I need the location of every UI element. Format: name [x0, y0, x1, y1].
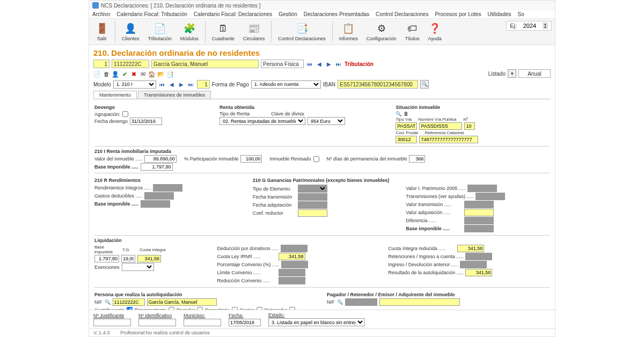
news-icon: 📰 — [247, 22, 260, 35]
imputada-hdr: 210 I Renta inmobiliaria imputada — [94, 149, 550, 154]
tb-tributacion[interactable]: 📄Tributación — [145, 21, 175, 42]
tb-circulares[interactable]: 📰Circulares — [240, 21, 268, 42]
tab-transmisiones[interactable]: Transmisiones de inmuebles — [138, 91, 211, 99]
iban-field[interactable]: ES5712345678001234567800 — [338, 80, 418, 89]
mod-next[interactable]: ▶ — [178, 80, 185, 88]
search-icon[interactable]: 🔍 — [105, 299, 111, 305]
forma-pago-select[interactable]: 1. Adeudo en cuenta — [251, 80, 321, 89]
dias[interactable] — [409, 155, 425, 163]
cuota-irnr[interactable] — [279, 253, 305, 260]
doc-icon[interactable]: 📑 — [166, 70, 174, 78]
tipo-via[interactable] — [396, 122, 417, 130]
tb-titulos[interactable]: 🏷Títulos — [401, 21, 422, 42]
tb-config[interactable]: ⚙Configuración — [363, 21, 400, 42]
persona-name[interactable] — [147, 298, 217, 306]
liq-bi[interactable] — [94, 255, 119, 262]
ref-cat[interactable] — [419, 136, 478, 143]
clave-divisa-select[interactable]: 954 Euro — [308, 117, 345, 125]
menu-util[interactable]: Utilidades — [488, 11, 511, 17]
menu-lotes[interactable]: Procesos por Lotes — [435, 11, 481, 17]
bottom-mun[interactable] — [184, 319, 221, 326]
modelo-select[interactable]: 1. 210 I — [113, 80, 156, 89]
pagador-name[interactable] — [379, 298, 460, 306]
iban-search-icon[interactable]: 🔍 — [420, 80, 429, 89]
base-imp[interactable] — [141, 163, 173, 171]
part[interactable] — [240, 155, 262, 163]
exit-icon: 🚪 — [96, 22, 108, 35]
menu-decl-pres[interactable]: Declaraciones Presentadas — [304, 11, 369, 17]
val-trans — [464, 201, 494, 208]
tb-control-decl[interactable]: 📑Control Declaraciones — [275, 21, 329, 42]
search-icon[interactable]: 🔍 — [337, 299, 343, 305]
gan-hdr: 210 G Ganancias Patrimoniales (excepto b… — [253, 178, 550, 183]
header-id[interactable]: 1 — [93, 60, 109, 68]
tb-ayuda[interactable]: ❓Ayuda — [425, 21, 444, 42]
listado-btn[interactable]: ▾ — [508, 69, 516, 78]
modules-icon: 🧩 — [183, 22, 196, 35]
exen-select[interactable] — [122, 263, 154, 271]
persona-hdr: Persona que realiza la autoliquidación — [94, 292, 317, 297]
year-down[interactable]: ▼ — [543, 26, 548, 29]
tb-salir[interactable]: 🚪Salir — [92, 21, 112, 42]
nav-first-icon[interactable]: ⏮ — [306, 60, 313, 68]
revisado-check[interactable] — [313, 156, 319, 162]
tipo-renta-select[interactable]: 02. Rentas imputadas de inmuebles urb — [219, 117, 305, 125]
trash-icon[interactable]: 🗑 — [404, 111, 408, 116]
folder-icon[interactable]: 📂 — [157, 70, 165, 78]
tab-mantenimiento[interactable]: Mantenimiento — [93, 91, 137, 99]
persona-nif[interactable] — [113, 298, 145, 306]
num-via[interactable] — [464, 122, 475, 130]
mod-prev[interactable]: ◀ — [168, 80, 175, 88]
tributacion-link[interactable]: Tributación — [345, 61, 374, 67]
header-nif[interactable]: 11122222C — [112, 60, 149, 68]
mail-icon[interactable]: ✉ — [139, 70, 147, 78]
menu-gestion[interactable]: Gestión — [279, 11, 297, 17]
menu-cal-trib[interactable]: Calendario Fiscal: Tributación — [116, 11, 187, 17]
user-icon[interactable]: 👤 — [112, 70, 119, 78]
nav-last-icon[interactable]: ⏭ — [335, 60, 342, 68]
menu-so[interactable]: So — [518, 11, 524, 17]
mod-first[interactable]: ⏮ — [158, 80, 166, 88]
cir[interactable] — [457, 245, 484, 252]
valor-inm[interactable] — [144, 155, 177, 163]
nav-prev-icon[interactable]: ◀ — [316, 60, 323, 68]
retenciones — [465, 253, 492, 260]
mod-page[interactable]: 1 — [197, 80, 210, 89]
year-selector[interactable]: Ej: ▲▼ — [506, 21, 552, 31]
menu-control[interactable]: Control Declaraciones — [376, 11, 428, 17]
tb-cuadrante[interactable]: 🗓Cuadrante — [209, 21, 238, 42]
nombre-via[interactable] — [419, 122, 462, 130]
estado-select[interactable]: 3. Listada en papel en blanco sin entreg… — [268, 318, 365, 326]
check-icon[interactable]: ✔ — [121, 70, 128, 78]
n-ident[interactable] — [138, 319, 176, 326]
tipo-renta-label: Tipo de Renta — [219, 111, 250, 116]
search-icon[interactable]: 🔍 — [396, 111, 401, 116]
periodo: Anual — [518, 69, 551, 78]
mod-last[interactable]: ⏭ — [187, 80, 195, 88]
delete-icon[interactable]: 🗑 — [103, 70, 110, 78]
red-conv — [279, 277, 305, 284]
separator — [205, 21, 206, 42]
new-icon[interactable]: 📄 — [93, 70, 101, 78]
liq-tg[interactable] — [121, 255, 135, 262]
val-adq[interactable] — [464, 209, 494, 216]
nav-next-icon[interactable]: ▶ — [325, 60, 333, 68]
tb-clientes[interactable]: 👤Clientes — [119, 21, 143, 42]
tags-icon: 🏷 — [406, 22, 419, 35]
header-name[interactable]: García García, Manuel — [151, 60, 259, 68]
resultado[interactable] — [465, 269, 492, 276]
menu-cal-decl[interactable]: Calendario Fiscal: Declaraciones — [194, 11, 272, 17]
coef-red[interactable] — [298, 209, 327, 217]
year-input[interactable] — [519, 23, 540, 29]
cp[interactable] — [396, 136, 417, 143]
fecha-dev[interactable] — [130, 118, 162, 125]
menu-archivo[interactable]: Archivo — [92, 11, 110, 17]
tb-informes[interactable]: 📋Informes — [336, 21, 361, 42]
tb-modulos[interactable]: 🧩Módulos — [177, 21, 202, 42]
n-justif[interactable] — [93, 319, 131, 326]
cancel-icon[interactable]: ✖ — [130, 70, 137, 78]
liq-ci[interactable] — [137, 255, 161, 262]
bottom-fecha[interactable] — [229, 319, 261, 326]
home-icon[interactable]: 🏠 — [148, 70, 156, 78]
agrup-check[interactable] — [122, 111, 128, 117]
